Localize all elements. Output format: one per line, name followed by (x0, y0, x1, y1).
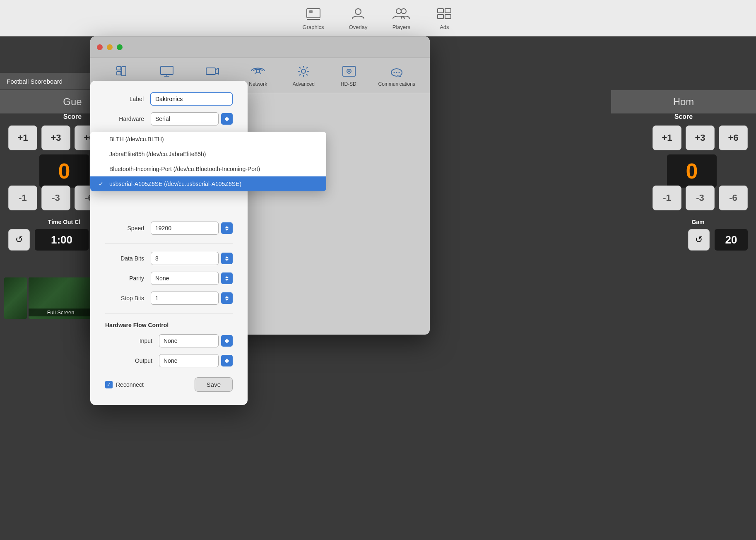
stop-bits-value: 1 (155, 295, 159, 301)
home-neg-buttons: -1 -3 -6 (652, 186, 748, 210)
parity-row: Parity None (105, 272, 233, 285)
speed-value: 19200 (155, 225, 171, 231)
jabra-label: JabraElite85h (/dev/cu.JabraElite85h) (109, 151, 206, 157)
usbserial-check: ✓ (99, 181, 105, 187)
timer-display: 1:00 (35, 229, 89, 251)
home-minus6-button[interactable]: -6 (719, 186, 748, 210)
output-value: None (164, 357, 177, 364)
input-stepper-up (225, 339, 229, 341)
label-input[interactable] (150, 92, 233, 106)
guest-score-display: 0 (39, 154, 89, 188)
svg-rect-1 (309, 10, 313, 13)
home-plus1-button[interactable]: +1 (652, 125, 681, 150)
flow-control-title: Hardware Flow Control (105, 322, 233, 328)
data-bits-stepper-down (225, 259, 229, 261)
parity-label: Parity (105, 275, 151, 282)
thumbnail-1[interactable] (4, 277, 27, 319)
hardware-stepper-down (225, 119, 229, 121)
reconnect-label: Reconnect (116, 381, 144, 388)
timer-reset-button[interactable]: ↺ (8, 229, 30, 251)
divider-1 (105, 243, 233, 243)
home-minus1-button[interactable]: -1 (652, 186, 681, 210)
svg-rect-7 (445, 9, 451, 13)
dropdown-item-jabra[interactable]: JabraElite85h (/dev/cu.JabraElite85h) (90, 147, 326, 162)
home-score-label: Score (611, 113, 756, 121)
input-select[interactable]: None (159, 334, 219, 347)
toolbar-item-ads[interactable]: Ads (435, 6, 453, 30)
ads-icon (435, 6, 453, 22)
stop-bits-stepper-down (225, 299, 229, 301)
toolbar-item-graphics[interactable]: Graphics (303, 6, 324, 30)
data-bits-select[interactable]: 8 (151, 252, 219, 265)
speed-stepper-down (225, 229, 229, 231)
guest-plus1-button[interactable]: +1 (8, 125, 37, 150)
input-stepper[interactable] (221, 335, 233, 347)
speed-select[interactable]: 19200 (151, 222, 219, 235)
input-row: Input None (105, 334, 233, 347)
usbserial-label: usbserial-A105Z6SE (/dev/cu.usbserial-A1… (109, 181, 241, 187)
svg-rect-9 (445, 14, 451, 19)
stop-bits-label: Stop Bits (105, 295, 151, 301)
hardware-field-label: Hardware (105, 116, 151, 122)
guest-pos-buttons: +1 +3 +6 (8, 125, 104, 150)
dropdown-item-usbserial[interactable]: ✓ usbserial-A105Z6SE (/dev/cu.usbserial-… (90, 176, 326, 191)
full-screen-label: Full Screen (29, 309, 93, 316)
home-plus3-button[interactable]: +3 (686, 125, 715, 150)
full-screen-thumbnail[interactable]: Full Screen (29, 277, 93, 319)
label-field-label: Label (105, 96, 150, 102)
svg-rect-6 (438, 9, 443, 13)
parity-stepper[interactable] (221, 272, 233, 284)
hardware-stepper[interactable] (221, 113, 233, 125)
parity-stepper-down (225, 279, 229, 281)
input-value: None (164, 338, 177, 344)
home-plus6-button[interactable]: +6 (719, 125, 748, 150)
overlay-label: Overlay (349, 24, 368, 30)
input-label: Input (113, 338, 159, 344)
home-minus3-button[interactable]: -3 (686, 186, 715, 210)
graphics-label: Graphics (303, 24, 324, 30)
overlay-icon (349, 6, 367, 22)
guest-minus1-button[interactable]: -1 (8, 186, 37, 210)
reconnect-checkbox[interactable]: ✓ (105, 381, 113, 388)
data-bits-stepper[interactable] (221, 253, 233, 264)
speed-row: Speed 19200 (105, 222, 233, 235)
top-toolbar: Graphics Overlay Players (0, 0, 756, 36)
divider-2 (105, 313, 233, 313)
svg-rect-0 (307, 9, 320, 18)
speed-stepper[interactable] (221, 222, 233, 234)
input-stepper-down (225, 341, 229, 343)
app-title: Football Scoreboard (7, 78, 63, 85)
guest-plus3-button[interactable]: +3 (41, 125, 70, 150)
speed-field-label: Speed (105, 225, 151, 231)
timeout-area: ↺ 1:00 (8, 229, 89, 251)
stop-bits-stepper-up (225, 296, 229, 298)
guest-minus3-button[interactable]: -3 (41, 186, 70, 210)
interface-dropdown: BLTH (/dev/cu.BLTH) JabraElite85h (/dev/… (90, 132, 326, 191)
players-label: Players (392, 24, 410, 30)
stop-bits-stepper[interactable] (221, 292, 233, 304)
home-header: Hom (611, 90, 756, 113)
graphics-icon (304, 6, 323, 22)
output-select[interactable]: None (159, 354, 219, 367)
data-bits-row: Data Bits 8 (105, 252, 233, 265)
game-reset-button[interactable]: ↺ (688, 229, 710, 251)
hardware-select[interactable]: Serial (151, 112, 219, 125)
dropdown-item-bluetooth[interactable]: Bluetooth-Incoming-Port (/dev/cu.Bluetoo… (90, 162, 326, 176)
data-bits-value: 8 (155, 255, 159, 262)
toolbar-item-players[interactable]: Players (392, 6, 410, 30)
output-stepper[interactable] (221, 355, 233, 366)
output-row: Output None (105, 354, 233, 367)
dropdown-item-blth[interactable]: BLTH (/dev/cu.BLTH) (90, 132, 326, 147)
game-value: 20 (715, 229, 748, 251)
stop-bits-select[interactable]: 1 (151, 292, 219, 305)
parity-select[interactable]: None (151, 272, 219, 285)
speed-stepper-up (225, 226, 229, 228)
output-stepper-down (225, 361, 229, 363)
data-bits-label: Data Bits (105, 255, 151, 262)
save-button[interactable]: Save (195, 377, 233, 392)
svg-point-3 (355, 9, 361, 14)
hardware-stepper-up (225, 117, 229, 119)
svg-point-4 (396, 9, 401, 14)
toolbar-item-overlay[interactable]: Overlay (349, 6, 368, 30)
label-row: Label (105, 92, 233, 106)
